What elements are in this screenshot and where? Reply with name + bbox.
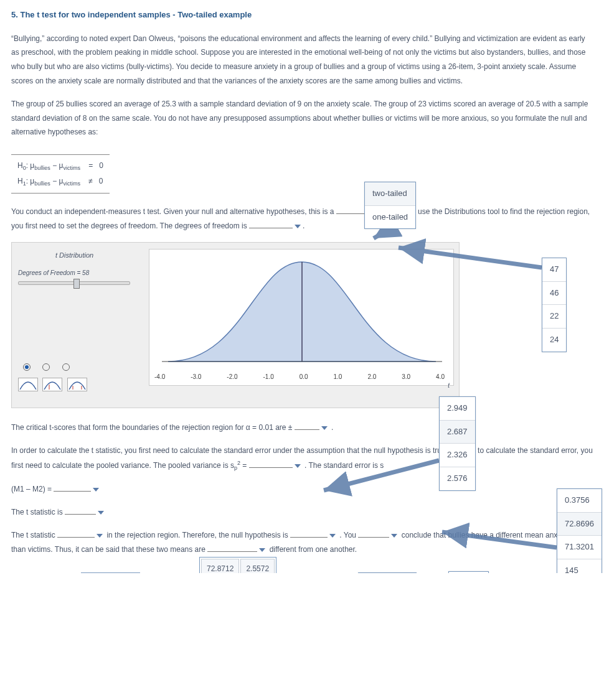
option-cannot[interactable]: cannot xyxy=(449,572,488,573)
blank-df[interactable] xyxy=(249,222,293,228)
text-segment: In order to calculate the t statistic, y… xyxy=(11,446,593,470)
t-statistic-line: The t statistic is xyxy=(11,505,593,520)
chevron-down-icon[interactable] xyxy=(98,511,104,515)
text-segment: different from one another. xyxy=(270,545,357,554)
paragraph-conclusion: The t statistic in the rejection region.… xyxy=(11,528,593,557)
text-segment: in the rejection region. Therefore, the … xyxy=(106,531,290,539)
option-crit-4[interactable]: 2.576 xyxy=(440,467,475,490)
chevron-down-icon[interactable] xyxy=(259,548,265,552)
option-crit-1[interactable]: 2.949 xyxy=(440,397,475,421)
text-segment: You conduct an independent-measures t te… xyxy=(11,207,336,216)
option-se-4[interactable]: 145 xyxy=(557,559,602,573)
t-statistic-options-table[interactable]: 1.95-1.70 2.55-2.25 xyxy=(81,572,140,573)
reject-options[interactable]: not rejected rejected xyxy=(358,572,417,573)
x-axis-ticks: -4.0-3.0-2.0-1.00.01.02.03.04.0 xyxy=(149,371,450,383)
t-distribution-plot[interactable]: -4.0-3.0-2.0-1.00.01.02.03.04.0 t xyxy=(149,249,454,386)
m1-m2-line: (M1 – M2) = xyxy=(11,482,593,497)
chevron-down-icon[interactable] xyxy=(97,534,103,538)
option-df-46[interactable]: 46 xyxy=(542,282,566,306)
chevron-down-icon[interactable] xyxy=(329,534,336,538)
option-one-tailed[interactable]: one-tailed xyxy=(365,206,415,229)
option-df-47[interactable]: 47 xyxy=(542,258,566,282)
h1-row: H1: μbullies − μvictims ≠ 0 xyxy=(17,174,103,189)
critical-t-options[interactable]: 2.949 2.687 2.326 2.576 xyxy=(439,396,476,491)
blank-sig[interactable] xyxy=(207,546,257,552)
chevron-down-icon[interactable] xyxy=(93,488,99,492)
paragraph-critical: The critical t-scores that form the boun… xyxy=(11,421,593,435)
text-segment: The t statistic is xyxy=(11,508,65,516)
x-axis-label: t xyxy=(448,380,450,391)
paragraph-intro-1: “Bullying,” according to noted expert Da… xyxy=(11,32,593,88)
blank-critical-t[interactable] xyxy=(295,424,319,430)
radio-curve-3[interactable] xyxy=(62,363,70,371)
chevron-down-icon[interactable] xyxy=(391,534,397,538)
mini-curve-icon xyxy=(18,378,38,391)
cell[interactable]: 2.5572 xyxy=(240,559,275,573)
text-segment: The critical t-scores that form the boun… xyxy=(11,423,295,432)
text-segment: (M1 – M2) = xyxy=(11,485,54,493)
hypotheses-block: H0: μbullies − μvictims = 0 H1: μbullies… xyxy=(11,154,110,194)
chevron-down-icon[interactable] xyxy=(295,225,301,228)
can-options[interactable]: cannot can xyxy=(448,571,489,573)
option-df-24[interactable]: 24 xyxy=(542,329,566,352)
option-se-1[interactable]: 0.3756 xyxy=(557,489,602,513)
radio-curve-1[interactable] xyxy=(23,363,31,371)
blank-lies[interactable] xyxy=(57,531,95,538)
chevron-down-icon[interactable] xyxy=(295,464,301,468)
blank-se[interactable] xyxy=(54,485,91,492)
text-segment: . The standard error is s xyxy=(304,461,384,470)
df-slider[interactable] xyxy=(18,281,130,285)
radio-curve-2[interactable] xyxy=(42,363,50,371)
mini-curve-icon xyxy=(42,378,62,391)
blank-t-stat[interactable] xyxy=(65,508,96,515)
se-options[interactable]: 0.3756 72.8696 71.3201 145 xyxy=(557,488,602,573)
text-segment: . You xyxy=(339,531,358,539)
text-segment: The t statistic xyxy=(11,531,57,539)
option-crit-2[interactable]: 2.687 xyxy=(440,421,475,444)
paragraph-pooled: In order to calculate the t statistic, y… xyxy=(11,444,593,474)
option-se-3[interactable]: 71.3201 xyxy=(557,536,602,559)
pooled-variance-options-table[interactable]: 72.87122.5572 2.46641.9543 xyxy=(199,557,276,573)
option-crit-3[interactable]: 2.326 xyxy=(440,444,475,467)
option-two-tailed[interactable]: two-tailed xyxy=(365,182,415,206)
option-se-2[interactable]: 72.8696 xyxy=(557,513,602,536)
blank-reject[interactable] xyxy=(290,531,328,538)
chevron-down-icon[interactable] xyxy=(321,426,328,430)
option-df-22[interactable]: 22 xyxy=(542,305,566,329)
distributions-tool[interactable]: t Distribution Degrees of Freedom = 58 -… xyxy=(11,242,460,408)
cell[interactable]: 72.8712 xyxy=(201,559,239,573)
paragraph-intro-2: The group of 25 bullies scored an averag… xyxy=(11,97,593,139)
paragraph-test-type: You conduct an independent-measures t te… xyxy=(11,205,593,233)
text-segment: = xyxy=(240,461,249,470)
question-title: 5. The t test for two independent sample… xyxy=(11,7,593,23)
mini-curve-icon xyxy=(67,378,87,391)
tail-type-options[interactable]: two-tailed one-tailed xyxy=(364,182,416,229)
df-options[interactable]: 47 46 22 24 xyxy=(542,258,567,352)
slider-thumb[interactable] xyxy=(73,279,80,289)
h0-row: H0: μbullies − μvictims = 0 xyxy=(17,159,103,174)
blank-can[interactable] xyxy=(358,531,389,538)
blank-pooled-var[interactable] xyxy=(249,462,293,468)
